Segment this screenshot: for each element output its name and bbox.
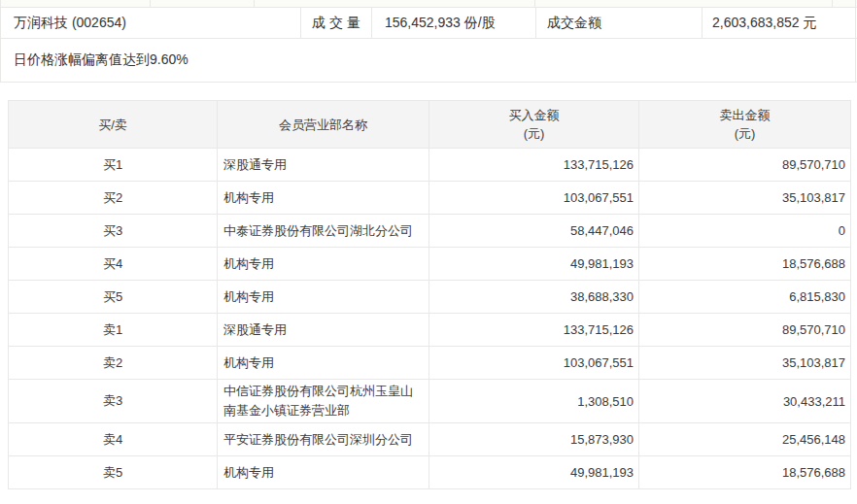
buy-amount-cell: 15,873,930 bbox=[429, 423, 639, 456]
header-sell-amount-unit: (元) bbox=[639, 124, 850, 143]
broker-name-cell: 机构专用 bbox=[218, 456, 429, 489]
side-cell: 卖4 bbox=[9, 423, 218, 456]
buy-amount-cell: 103,067,551 bbox=[429, 347, 639, 380]
table-row: 卖3 中信证券股份有限公司杭州玉皇山南基金小镇证券营业部 1,308,510 3… bbox=[9, 380, 851, 423]
broker-name-cell: 深股通专用 bbox=[218, 149, 429, 182]
sell-amount-cell: 0 bbox=[639, 215, 851, 248]
sell-amount-cell: 89,570,710 bbox=[639, 149, 851, 182]
side-cell: 买5 bbox=[9, 281, 218, 314]
sell-amount-cell: 35,103,817 bbox=[639, 347, 851, 380]
sliver-cell bbox=[255, 0, 535, 7]
side-cell: 买1 bbox=[9, 149, 218, 182]
broker-name-cell: 机构专用 bbox=[218, 248, 429, 281]
price-deviation-notice: 日价格涨幅偏离值达到9.60% bbox=[0, 39, 856, 82]
buy-amount-cell: 103,067,551 bbox=[429, 182, 639, 215]
table-row: 卖1 深股通专用 133,715,126 89,570,710 bbox=[9, 314, 851, 347]
table-row: 卖4 平安证券股份有限公司深圳分公司 15,873,930 25,456,148 bbox=[9, 423, 851, 456]
broker-table-wrap: 买/卖 会员营业部名称 买入金额(元) 卖出金额(元) 买1 深股通专用 133… bbox=[8, 100, 851, 489]
buy-amount-cell: 38,688,330 bbox=[429, 281, 639, 314]
table-row: 买1 深股通专用 133,715,126 89,570,710 bbox=[9, 149, 851, 182]
buy-amount-cell: 49,981,193 bbox=[429, 456, 639, 489]
buy-amount-cell: 1,308,510 bbox=[429, 380, 639, 423]
broker-name-cell: 机构专用 bbox=[218, 182, 429, 215]
turnover-value-cell: 2,603,683,852 元 bbox=[703, 8, 856, 38]
sliver-cell bbox=[151, 0, 255, 7]
volume-label-cell: 成 交 量 bbox=[301, 8, 372, 38]
side-cell: 卖1 bbox=[9, 314, 218, 347]
buy-amount-cell: 133,715,126 bbox=[429, 314, 639, 347]
sliver-cell bbox=[535, 0, 833, 7]
sell-amount-cell: 18,576,688 bbox=[639, 456, 851, 489]
buy-amount-cell: 133,715,126 bbox=[429, 149, 639, 182]
buy-amount-cell: 49,981,193 bbox=[429, 248, 639, 281]
sell-amount-cell: 18,576,688 bbox=[639, 248, 851, 281]
stock-name-cell: 万润科技 (002654) bbox=[0, 8, 301, 38]
side-cell: 卖2 bbox=[9, 347, 218, 380]
table-row: 卖5 机构专用 49,981,193 18,576,688 bbox=[9, 456, 851, 489]
table-row: 买2 机构专用 103,067,551 35,103,817 bbox=[9, 182, 851, 215]
broker-name-cell: 中泰证券股份有限公司湖北分公司 bbox=[218, 215, 429, 248]
turnover-label-cell: 成交金额 bbox=[536, 8, 703, 38]
broker-name-cell: 中信证券股份有限公司杭州玉皇山南基金小镇证券营业部 bbox=[218, 380, 429, 423]
sell-amount-cell: 89,570,710 bbox=[639, 314, 851, 347]
table-row: 买3 中泰证券股份有限公司湖北分公司 58,447,046 0 bbox=[9, 215, 851, 248]
sell-amount-cell: 6,815,830 bbox=[639, 281, 851, 314]
sliver-cell bbox=[0, 0, 151, 7]
header-sell-amount-label: 卖出金额 bbox=[639, 106, 850, 124]
header-broker-name-label: 会员营业部名称 bbox=[218, 116, 428, 134]
summary-row: 万润科技 (002654) 成 交 量 156,452,933 份/股 成交金额… bbox=[0, 8, 857, 39]
header-buy-amount: 买入金额(元) bbox=[429, 101, 639, 149]
header-buy-sell-label: 买/卖 bbox=[9, 116, 217, 134]
header-broker-name: 会员营业部名称 bbox=[218, 101, 429, 149]
side-cell: 卖5 bbox=[9, 456, 218, 489]
header-sell-amount: 卖出金额(元) bbox=[639, 101, 851, 149]
side-cell: 买3 bbox=[9, 215, 218, 248]
broker-table: 买/卖 会员营业部名称 买入金额(元) 卖出金额(元) 买1 深股通专用 133… bbox=[8, 100, 851, 489]
sell-amount-cell: 35,103,817 bbox=[639, 182, 851, 215]
buy-amount-cell: 58,447,046 bbox=[429, 215, 639, 248]
side-cell: 买2 bbox=[9, 182, 218, 215]
broker-name-cell: 机构专用 bbox=[218, 347, 429, 380]
volume-value-cell: 156,452,933 份/股 bbox=[372, 8, 536, 38]
side-cell: 卖3 bbox=[9, 380, 218, 423]
previous-row-sliver bbox=[0, 0, 857, 8]
broker-name-cell: 机构专用 bbox=[218, 281, 429, 314]
header-buy-amount-unit: (元) bbox=[429, 124, 638, 143]
header-buy-amount-label: 买入金额 bbox=[429, 106, 638, 124]
header-buy-sell: 买/卖 bbox=[9, 101, 218, 149]
broker-table-header-row: 买/卖 会员营业部名称 买入金额(元) 卖出金额(元) bbox=[9, 101, 851, 149]
broker-name-cell: 平安证券股份有限公司深圳分公司 bbox=[218, 423, 429, 456]
sliver-cell bbox=[833, 0, 856, 7]
notice-row: 日价格涨幅偏离值达到9.60% bbox=[0, 39, 857, 83]
broker-name-cell: 深股通专用 bbox=[218, 314, 429, 347]
table-row: 买4 机构专用 49,981,193 18,576,688 bbox=[9, 248, 851, 281]
side-cell: 买4 bbox=[9, 248, 218, 281]
table-row: 买5 机构专用 38,688,330 6,815,830 bbox=[9, 281, 851, 314]
table-row: 卖2 机构专用 103,067,551 35,103,817 bbox=[9, 347, 851, 380]
summary-table: 万润科技 (002654) 成 交 量 156,452,933 份/股 成交金额… bbox=[0, 0, 857, 83]
sell-amount-cell: 30,433,211 bbox=[639, 380, 851, 423]
sell-amount-cell: 25,456,148 bbox=[639, 423, 851, 456]
